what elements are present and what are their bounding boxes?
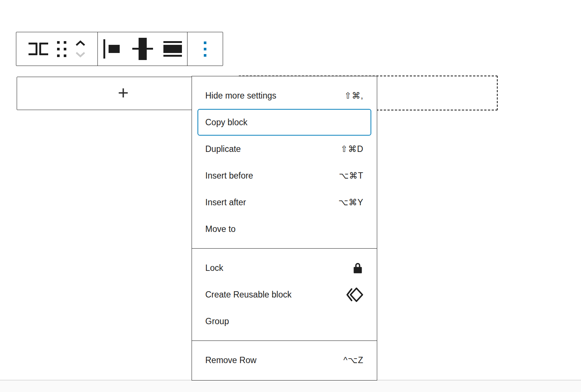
stretch-icon <box>163 41 182 57</box>
align-vertical-middle-button[interactable] <box>132 38 153 60</box>
row-block-button[interactable] <box>29 43 48 55</box>
menu-item-shortcut: ⇧⌘, <box>344 91 363 101</box>
menu-section-settings: Hide more settings ⇧⌘, Copy block Duplic… <box>192 76 377 248</box>
justify-items-left-icon <box>103 39 122 59</box>
options-button[interactable] <box>199 36 212 62</box>
drag-handle[interactable] <box>57 41 66 57</box>
menu-item-label: Create Reusable block <box>205 290 292 300</box>
menu-item-duplicate[interactable]: Duplicate ⇧⌘D <box>197 136 371 162</box>
block-appender-button[interactable]: + <box>118 83 129 102</box>
menu-item-move-to[interactable]: Move to <box>197 216 371 242</box>
menu-item-label: Move to <box>205 224 236 234</box>
menu-item-label: Lock <box>205 263 223 273</box>
block-mover <box>75 40 86 57</box>
menu-item-label: Hide more settings <box>205 91 276 101</box>
toolbar-group-options <box>187 32 223 66</box>
block-options-menu: Hide more settings ⇧⌘, Copy block Duplic… <box>192 76 377 381</box>
menu-item-insert-before[interactable]: Insert before ⌥⌘T <box>197 162 371 189</box>
align-vertical-middle-icon <box>132 38 153 60</box>
menu-item-label: Remove Row <box>205 355 256 365</box>
menu-section-block-tools: Lock Create Reusable block Group <box>192 248 377 340</box>
menu-item-label: Insert after <box>205 197 246 207</box>
block-toolbar <box>16 32 223 66</box>
menu-item-shortcut: ⌥⌘T <box>339 171 363 181</box>
reusable-block-icon <box>346 286 363 303</box>
menu-item-insert-after[interactable]: Insert after ⌥⌘Y <box>197 189 371 216</box>
move-down-icon <box>75 52 86 57</box>
menu-item-label: Insert before <box>205 171 253 181</box>
drag-handle-icon <box>57 41 66 57</box>
menu-item-create-reusable-block[interactable]: Create Reusable block <box>197 281 371 308</box>
menu-item-remove-row[interactable]: Remove Row ^⌥Z <box>197 347 371 373</box>
page-bottom-area <box>0 381 581 392</box>
lock-icon <box>352 262 363 274</box>
stretch-button[interactable] <box>163 41 182 57</box>
row-block-icon <box>29 43 48 55</box>
options-kebab-icon <box>199 36 212 62</box>
justify-items-left-button[interactable] <box>103 39 122 59</box>
toolbar-group-block <box>16 32 98 66</box>
move-down-button[interactable] <box>75 52 86 57</box>
menu-item-shortcut: ⌥⌘Y <box>338 197 363 207</box>
menu-item-hide-more-settings[interactable]: Hide more settings ⇧⌘, <box>197 82 371 109</box>
menu-item-copy-block[interactable]: Copy block <box>197 109 371 136</box>
menu-item-label: Group <box>205 316 229 326</box>
menu-item-label: Copy block <box>205 117 248 127</box>
menu-item-group[interactable]: Group <box>197 308 371 335</box>
menu-item-shortcut: ⇧⌘D <box>341 144 363 154</box>
menu-item-label: Duplicate <box>205 144 241 154</box>
move-up-button[interactable] <box>75 40 86 46</box>
move-up-icon <box>75 40 86 46</box>
menu-item-lock[interactable]: Lock <box>197 255 371 281</box>
menu-item-shortcut: ^⌥Z <box>343 355 363 365</box>
toolbar-group-alignment <box>98 32 187 66</box>
menu-section-remove: Remove Row ^⌥Z <box>192 340 377 379</box>
